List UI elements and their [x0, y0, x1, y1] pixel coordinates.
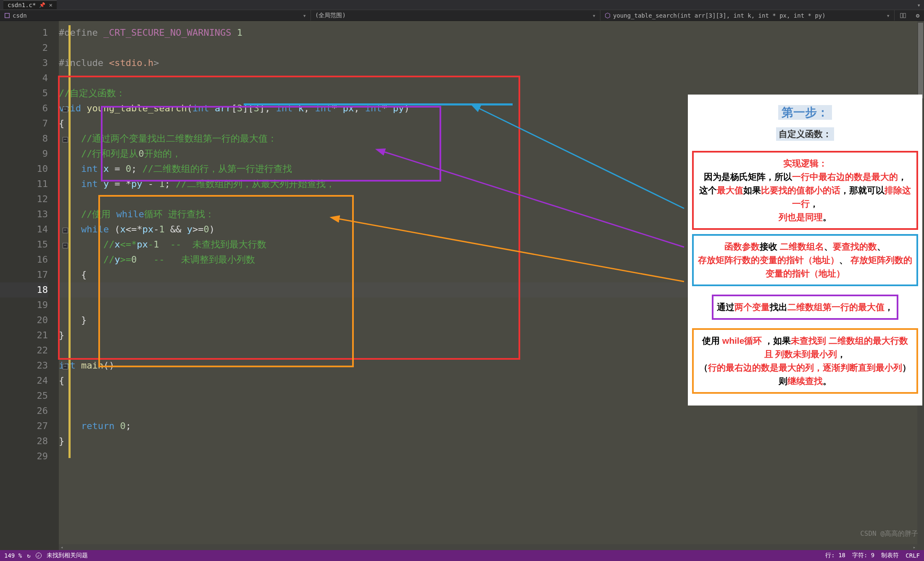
chevron-down-icon[interactable]: ▾	[917, 2, 921, 8]
sync-icon[interactable]: ↻	[27, 552, 30, 559]
scroll-right-icon[interactable]: ▸	[911, 545, 917, 550]
panel-box-red: 实现逻辑： 因为是杨氏矩阵，所以一行中最右边的数是最大的， 这个最大值如果比要找…	[692, 151, 918, 230]
zoom-level[interactable]: 149 %	[4, 552, 22, 559]
watermark: CSDN @高高的胖子	[860, 529, 918, 538]
panel-title: 第一步：	[690, 105, 920, 121]
svg-rect-0	[5, 13, 10, 18]
scroll-left-icon[interactable]: ◂	[59, 545, 65, 550]
file-tab[interactable]: csdn1.c* 📌 ×	[3, 0, 57, 9]
bracket-icon	[4, 13, 10, 18]
nav-symbol-label: young_table_search(int arr[3][3], int k,…	[613, 12, 826, 19]
pin-icon[interactable]: 📌	[39, 2, 45, 8]
panel-box-orange: 使用 while循环 ，如果未查找到 二维数组的最大行数 且 列数未到最小列， …	[692, 328, 918, 394]
chevron-down-icon[interactable]: ▾	[887, 12, 890, 19]
split-icon[interactable]	[895, 10, 911, 21]
annotation-box-purple	[101, 106, 441, 182]
line-number-gutter: 1234567891011121314151617181920212223242…	[0, 21, 59, 550]
svg-rect-1	[900, 13, 903, 18]
status-column[interactable]: 字符: 9	[852, 552, 874, 559]
tab-bar: csdn1.c* 📌 × ▾	[0, 0, 924, 10]
check-icon: ✓	[36, 553, 42, 558]
svg-rect-2	[903, 13, 906, 18]
scrollbar-thumb[interactable]	[918, 23, 923, 98]
cube-icon	[605, 13, 611, 18]
status-tabs[interactable]: 制表符	[881, 552, 899, 559]
tab-filename: csdn1.c*	[8, 2, 36, 8]
chevron-down-icon[interactable]: ▾	[303, 12, 306, 19]
annotation-underline-cyan	[244, 103, 513, 105]
status-crlf[interactable]: CRLF	[906, 552, 920, 559]
nav-scope[interactable]: (全局范围) ▾	[311, 10, 600, 21]
status-no-issues[interactable]: 未找到相关问题	[47, 552, 88, 559]
nav-project-label: csdn	[13, 12, 27, 19]
status-line[interactable]: 行: 18	[825, 552, 845, 559]
nav-symbol[interactable]: young_table_search(int arr[3][3], int k,…	[600, 10, 895, 21]
panel-subtitle: 自定义函数：	[776, 127, 834, 141]
nav-scope-label: (全局范围)	[315, 12, 346, 19]
nav-project[interactable]: csdn ▾	[0, 10, 311, 21]
horizontal-scrollbar[interactable]: ◂ ▸	[59, 544, 917, 550]
annotation-box-orange	[98, 195, 354, 367]
nav-bar: csdn ▾ (全局范围) ▾ young_table_search(int a…	[0, 10, 924, 21]
gear-icon[interactable]: ⚙	[911, 10, 924, 21]
panel-box-cyan: 函数参数接收 二维数组名、要查找的数、 存放矩阵行数的变量的指针（地址）、 存放…	[692, 234, 918, 286]
annotation-panel: 第一步： 自定义函数： 实现逻辑： 因为是杨氏矩阵，所以一行中最右边的数是最大的…	[688, 95, 922, 406]
chevron-down-icon[interactable]: ▾	[592, 12, 596, 19]
status-bar: 149 % ↻ ✓ 未找到相关问题 行: 18 字符: 9 制表符 CRLF	[0, 550, 924, 561]
close-icon[interactable]: ×	[49, 2, 52, 8]
editor[interactable]: 1234567891011121314151617181920212223242…	[0, 21, 924, 550]
panel-box-purple: 通过两个变量找出二维数组第一行的最大值，	[712, 295, 898, 320]
